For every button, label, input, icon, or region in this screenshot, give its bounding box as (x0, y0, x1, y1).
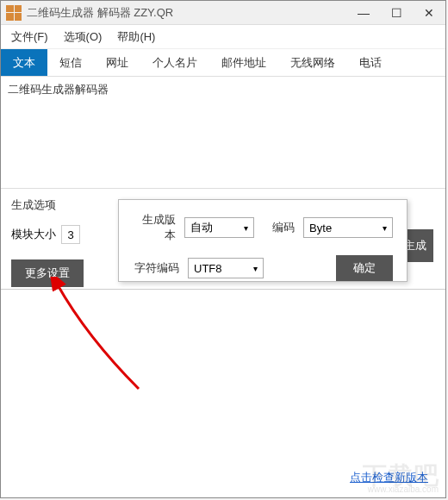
annotation-arrow (18, 277, 156, 397)
app-icon (6, 5, 22, 21)
version-value: 自动 (190, 220, 213, 235)
minimize-button[interactable]: — (347, 1, 380, 25)
chevron-down-icon: ▾ (253, 264, 258, 273)
tab-email[interactable]: 邮件地址 (209, 49, 278, 76)
charset-select[interactable]: UTF8 ▾ (188, 258, 264, 278)
charset-label: 字符编码 (133, 260, 179, 276)
confirm-button[interactable]: 确定 (336, 255, 393, 281)
encoding-value: Byte (309, 222, 332, 234)
gen-options-title: 生成选项 (11, 197, 97, 213)
version-select[interactable]: 自动 ▾ (184, 217, 255, 238)
settings-popup: 生成版本 自动 ▾ 编码 Byte ▾ 字符编码 UTF8 ▾ 确定 (118, 199, 408, 282)
tab-phone[interactable]: 电话 (347, 49, 394, 76)
encoding-label: 编码 (263, 220, 295, 235)
more-settings-button[interactable]: 更多设置 (11, 259, 84, 287)
tabs: 文本 短信 网址 个人名片 邮件地址 无线网络 电话 (1, 49, 445, 77)
menu-help[interactable]: 帮助(H) (117, 29, 155, 45)
version-label: 生成版本 (133, 212, 176, 243)
tab-vcard[interactable]: 个人名片 (140, 49, 209, 76)
app-window: 二维码生成器 解码器 ZZY.QR — ☐ ✕ 文件(F) 选项(O) 帮助(H… (0, 0, 446, 498)
watermark-url: www.xiazaiba.com (368, 484, 439, 494)
encoding-select[interactable]: Byte ▾ (303, 217, 393, 238)
separator (1, 289, 445, 290)
tab-url[interactable]: 网址 (94, 49, 140, 76)
menubar: 文件(F) 选项(O) 帮助(H) (1, 25, 445, 49)
module-size-label: 模块大小 (11, 227, 56, 242)
window-controls: — ☐ ✕ (347, 1, 445, 25)
titlebar: 二维码生成器 解码器 ZZY.QR — ☐ ✕ (1, 1, 445, 25)
tab-text[interactable]: 文本 (1, 49, 47, 76)
window-title: 二维码生成器 解码器 ZZY.QR (27, 5, 347, 21)
menu-options[interactable]: 选项(O) (64, 29, 103, 45)
check-update-link[interactable]: 点击检查新版本 (350, 470, 428, 485)
chevron-down-icon: ▾ (244, 223, 248, 233)
tab-wifi[interactable]: 无线网络 (278, 49, 347, 76)
menu-file[interactable]: 文件(F) (11, 29, 48, 45)
close-button[interactable]: ✕ (413, 1, 445, 25)
module-size-input[interactable] (61, 225, 80, 244)
tab-sms[interactable]: 短信 (47, 49, 94, 76)
chevron-down-icon: ▾ (383, 223, 387, 233)
maximize-button[interactable]: ☐ (380, 1, 413, 25)
text-content: 二维码生成器解码器 (8, 82, 439, 97)
charset-value: UTF8 (194, 262, 222, 275)
text-input-area[interactable]: 二维码生成器解码器 (1, 77, 445, 189)
